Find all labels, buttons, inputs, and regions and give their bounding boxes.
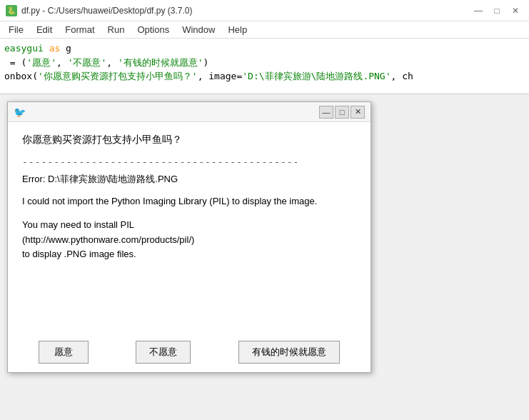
dialog-separator: ----------------------------------------…	[22, 156, 356, 167]
menu-window[interactable]: Window	[176, 23, 221, 36]
code-line-3: onbox('你愿意购买资源打包支持小甲鱼吗？', image='D:\菲律宾旅…	[4, 69, 525, 84]
dialog-minimize-button[interactable]: —	[319, 106, 333, 119]
dialog-message2: You may need to install PIL(http://www.p…	[22, 218, 356, 262]
code-line-2: = ('愿意', '不愿意', '有钱的时候就愿意')	[4, 56, 525, 70]
app-icon: 🐍	[6, 5, 17, 16]
menu-options[interactable]: Options	[131, 23, 175, 36]
menu-format[interactable]: Format	[59, 23, 100, 36]
dialog-area: 🐦 — □ ✕ 你愿意购买资源打包支持小甲鱼吗？ ---------------…	[0, 94, 529, 420]
dialog-body: 你愿意购买资源打包支持小甲鱼吗？ -----------------------…	[8, 122, 371, 332]
menu-help[interactable]: Help	[222, 23, 253, 36]
maximize-button[interactable]: □	[489, 3, 505, 19]
dialog-icon: 🐦	[14, 106, 26, 118]
dialog-title-bar: 🐦 — □ ✕	[8, 102, 371, 122]
dialog-maximize-button[interactable]: □	[335, 106, 349, 119]
window-controls: — □ ✕	[470, 3, 523, 19]
dialog-controls: — □ ✕	[319, 106, 365, 119]
dialog-question: 你愿意购买资源打包支持小甲鱼吗？	[22, 134, 356, 146]
minimize-button[interactable]: —	[470, 3, 486, 19]
title-bar: 🐍 df.py - C:/Users/huawei/Desktop/df.py …	[0, 0, 529, 21]
window-title: df.py - C:/Users/huawei/Desktop/df.py (3…	[21, 6, 470, 16]
btn-maybe[interactable]: 有钱的时候就愿意	[238, 341, 340, 364]
code-line-1: easygui as g	[4, 41, 525, 56]
dialog-footer: 愿意 不愿意 有钱的时候就愿意	[8, 332, 371, 372]
menu-bar: File Edit Format Run Options Window Help	[0, 21, 529, 39]
btn-yes[interactable]: 愿意	[39, 341, 89, 364]
code-editor[interactable]: easygui as g = ('愿意', '不愿意', '有钱的时候就愿意')…	[0, 39, 529, 94]
dialog-window: 🐦 — □ ✕ 你愿意购买资源打包支持小甲鱼吗？ ---------------…	[7, 101, 371, 373]
dialog-error: Error: D:\菲律宾旅游\陆地游路线.PNG	[22, 173, 356, 186]
close-button[interactable]: ✕	[508, 3, 523, 19]
btn-no[interactable]: 不愿意	[136, 341, 191, 364]
menu-file[interactable]: File	[3, 23, 29, 36]
dialog-message1: I could not import the Python Imaging Li…	[22, 194, 356, 209]
menu-edit[interactable]: Edit	[31, 23, 58, 36]
menu-run[interactable]: Run	[102, 23, 131, 36]
dialog-close-button[interactable]: ✕	[351, 106, 365, 119]
